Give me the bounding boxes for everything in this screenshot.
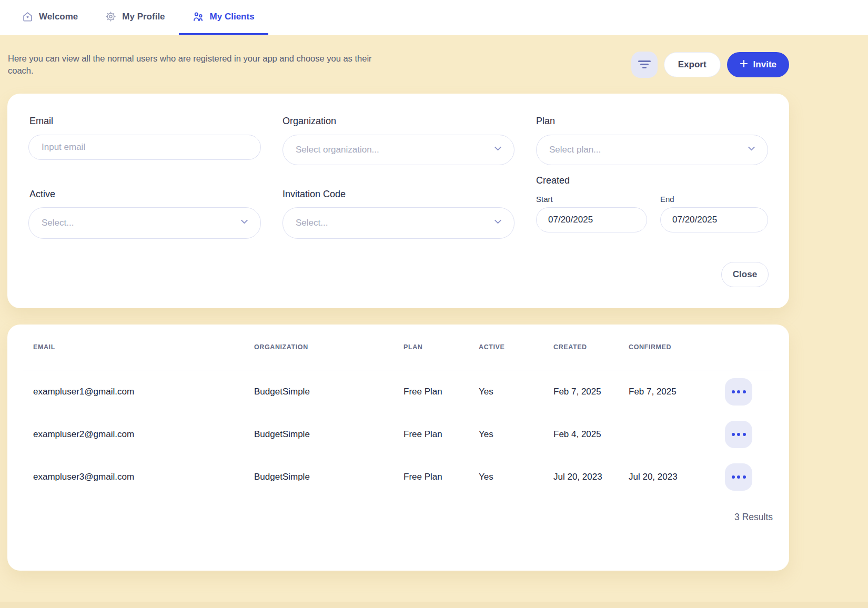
users-icon xyxy=(193,11,204,23)
organization-label: Organization xyxy=(282,116,336,127)
clients-table: EMAIL ORGANIZATION PLAN ACTIVE CREATED C… xyxy=(7,325,789,571)
table-row: exampluser3@gmail.com BudgetSimple Free … xyxy=(7,455,789,498)
chevron-down-icon xyxy=(493,217,502,229)
active-label: Active xyxy=(29,189,55,200)
active-select[interactable]: Select... xyxy=(28,207,261,239)
filter-button[interactable] xyxy=(631,52,658,78)
column-header-created: CREATED xyxy=(553,343,629,351)
organization-select[interactable]: Select organization... xyxy=(282,135,514,165)
column-header-plan: PLAN xyxy=(403,343,479,351)
page-bottom-strip xyxy=(0,602,868,608)
tab-welcome[interactable]: Welcome xyxy=(8,0,92,35)
email-label: Email xyxy=(29,116,53,127)
plan-label: Plan xyxy=(536,116,555,127)
created-start-input[interactable] xyxy=(536,207,647,232)
home-icon xyxy=(22,11,33,22)
row-actions-button[interactable] xyxy=(725,463,752,491)
cell-email: exampluser1@gmail.com xyxy=(33,387,254,397)
cell-plan: Free Plan xyxy=(403,387,479,397)
tab-my-profile[interactable]: My Profile xyxy=(92,0,178,35)
header-actions: Export Invite xyxy=(631,52,789,78)
top-nav: Welcome My Profile My Clients xyxy=(0,0,868,35)
created-end-label: End xyxy=(660,195,674,204)
created-end-input[interactable] xyxy=(660,207,768,232)
tab-my-profile-label: My Profile xyxy=(122,12,165,22)
export-button[interactable]: Export xyxy=(664,52,721,77)
chevron-down-icon xyxy=(240,217,249,229)
plan-select-value: Select plan... xyxy=(549,145,601,155)
row-actions-button[interactable] xyxy=(725,421,752,448)
row-actions-button[interactable] xyxy=(725,378,752,406)
plan-select[interactable]: Select plan... xyxy=(536,135,768,165)
results-count: 3 Results xyxy=(734,512,773,523)
cell-active: Yes xyxy=(479,429,553,440)
created-label: Created xyxy=(536,175,570,186)
column-header-email: EMAIL xyxy=(33,343,254,351)
cell-email: exampluser3@gmail.com xyxy=(33,472,254,482)
invite-button[interactable]: Invite xyxy=(727,52,789,77)
ellipsis-icon xyxy=(732,433,735,436)
chevron-down-icon xyxy=(493,144,502,156)
cell-plan: Free Plan xyxy=(403,472,479,482)
gear-icon xyxy=(105,11,116,22)
ellipsis-icon xyxy=(732,390,735,393)
cell-organization: BudgetSimple xyxy=(254,387,403,397)
created-start-label: Start xyxy=(536,195,553,204)
column-header-organization: ORGANIZATION xyxy=(254,343,403,351)
plus-icon xyxy=(740,59,748,70)
cell-confirmed: Jul 20, 2023 xyxy=(629,472,725,482)
invitation-code-select-value: Select... xyxy=(296,218,328,228)
email-input[interactable] xyxy=(28,135,261,160)
cell-plan: Free Plan xyxy=(403,429,479,440)
table-row: exampluser1@gmail.com BudgetSimple Free … xyxy=(7,370,789,413)
organization-select-value: Select organization... xyxy=(296,145,379,155)
column-header-confirmed: CONFIRMED xyxy=(629,343,725,351)
chevron-down-icon xyxy=(747,144,756,156)
invitation-code-label: Invitation Code xyxy=(282,189,346,200)
cell-active: Yes xyxy=(479,387,553,397)
cell-created: Feb 4, 2025 xyxy=(553,429,629,440)
cell-email: exampluser2@gmail.com xyxy=(33,429,254,440)
table-row: exampluser2@gmail.com BudgetSimple Free … xyxy=(7,413,789,455)
ellipsis-icon xyxy=(732,475,735,479)
tab-welcome-label: Welcome xyxy=(39,12,78,22)
close-button[interactable]: Close xyxy=(721,262,769,287)
active-select-value: Select... xyxy=(42,218,74,228)
page-description: Here you can view all the normal users w… xyxy=(8,53,393,77)
invitation-code-select[interactable]: Select... xyxy=(282,207,514,239)
invite-button-label: Invite xyxy=(753,59,776,70)
filter-panel: Email Organization Select organization..… xyxy=(7,94,789,308)
column-header-active: ACTIVE xyxy=(479,343,553,351)
cell-organization: BudgetSimple xyxy=(254,429,403,440)
cell-confirmed: Feb 7, 2025 xyxy=(629,387,725,397)
tab-my-clients-label: My Clients xyxy=(210,12,255,22)
table-header-row: EMAIL ORGANIZATION PLAN ACTIVE CREATED C… xyxy=(7,325,789,370)
cell-created: Feb 7, 2025 xyxy=(553,387,629,397)
cell-organization: BudgetSimple xyxy=(254,472,403,482)
filter-lines-icon xyxy=(638,59,651,70)
tab-my-clients[interactable]: My Clients xyxy=(179,0,268,35)
cell-active: Yes xyxy=(479,472,553,482)
cell-created: Jul 20, 2023 xyxy=(553,472,629,482)
